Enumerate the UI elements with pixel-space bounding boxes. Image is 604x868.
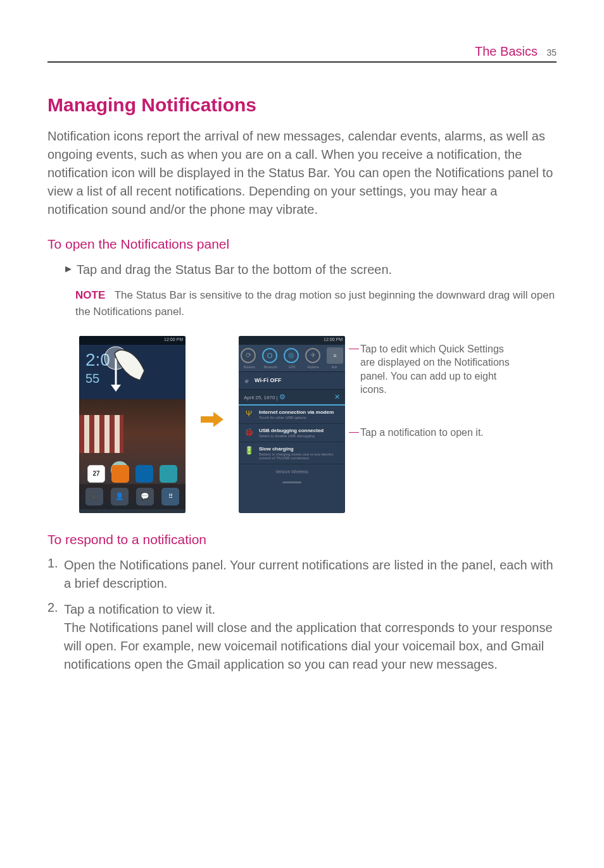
notif-subtitle: Touch for other USB options [259,416,340,419]
wifi-icon: ⸙ [245,377,248,384]
note-label: NOTE [75,289,105,301]
notif-title: USB debugging connected [259,428,340,433]
step-text: Tap a notification to view it. The Notif… [64,600,557,674]
bluetooth-icon: O [262,348,277,363]
phone-icon: 📞 [85,488,103,505]
subheading-open-panel: To open the Notifications panel [47,237,557,252]
close-icon: ✕ [334,393,340,401]
callout-line [349,349,359,397]
bullet-caret-icon: ▶ [65,264,72,273]
finger-icon [91,342,160,412]
note-block: NOTE The Status Bar is sensitive to the … [75,287,557,321]
qs-label: Edit [325,365,343,369]
battery-icon: 🔋 [244,446,254,455]
date-row: April 25, 1970 | ⚙ ✕ [239,390,345,406]
notification-item: Ψ Internet connection via modem Touch fo… [239,406,345,424]
callouts: Tap to edit which Quick Settings are dis… [349,342,512,440]
wifi-row: ⸙ Wi-Fi OFF [239,371,345,390]
step-number: 2. [47,600,64,674]
quick-settings-row: ⟳ O ◎ ✈ ≡ [239,345,345,365]
callout-open-notif: Tap a notification to open it. [349,426,512,440]
qs-label: Rotation [241,365,258,369]
date-text: April 25, 1970 | ⚙ [244,393,286,401]
notification-item: 🐞 USB debugging connected Select to disa… [239,424,345,442]
status-time: 12:00 PM [324,337,343,342]
wifi-label: Wi-Fi OFF [255,377,281,383]
app-icon [111,465,129,483]
figure-row: 12:00 PM 2:0 55 27 📞 👤 💬 ⠿ [79,336,557,513]
note-text: The Status Bar is sensitive to the drag … [75,289,555,318]
step-2: 2. Tap a notification to view it. The No… [47,600,557,674]
calendar-icon: 27 [87,465,105,483]
notif-title: Slow charging [259,446,340,452]
quick-settings-labels: Rotation Bluetooth GPS Airplane Edit [239,365,345,371]
app-icon [135,465,153,483]
notification-item: 🔋 Slow charging Battery is charging slow… [239,442,345,464]
home-screen-figure: 12:00 PM 2:0 55 27 📞 👤 💬 ⠿ [79,336,186,513]
rotation-icon: ⟳ [241,348,256,363]
dock-row-2: 📞 👤 💬 ⠿ [79,484,186,509]
usb-icon: Ψ [244,409,254,418]
airplane-icon: ✈ [305,348,320,363]
notif-subtitle: Select to disable USB debugging [259,434,340,438]
panel-handle [282,481,301,483]
callout-text: Tap a notification to open it. [360,426,484,440]
notif-title: Internet connection via modem [259,409,340,415]
bullet-text: Tap and drag the Status Bar to the botto… [77,261,392,278]
messaging-icon: 💬 [136,488,154,505]
drag-finger-graphic [91,342,160,412]
dock-row-1: 27 [79,465,186,483]
status-bar: 12:00 PM [239,336,345,345]
gear-icon: ⚙ [279,393,286,400]
status-time: 12:00 PM [164,337,183,342]
notification-panel-figure: 12:00 PM ⟳ O ◎ ✈ ≡ Rotation Bluetooth GP… [239,336,345,513]
arrow-right-icon [201,412,223,427]
notif-subtitle: Battery is charging slowly due to low el… [259,452,340,460]
callout-edit-qs: Tap to edit which Quick Settings are dis… [349,342,512,397]
bug-icon: 🐞 [244,428,254,437]
qs-label: GPS [283,365,301,369]
callout-line [349,432,359,440]
qs-label: Bluetooth [262,365,280,369]
callout-text: Tap to edit which Quick Settings are dis… [360,342,512,397]
app-icon [160,465,177,483]
step-number: 1. [47,556,64,593]
subheading-respond: To respond to a notification [47,532,557,547]
wallpaper-stripes [79,415,123,453]
step-text: Open the Notifications panel. Your curre… [64,556,557,593]
page-title: Managing Notifications [47,94,557,116]
contacts-icon: 👤 [111,488,129,505]
qs-label: Airplane [305,365,322,369]
section-name: The Basics [475,44,538,58]
page-number: 35 [546,47,557,58]
intro-paragraph: Notification icons report the arrival of… [47,127,557,219]
bullet-item: ▶ Tap and drag the Status Bar to the bot… [65,261,557,278]
carrier-label: Verizon Wireless [239,464,345,479]
apps-icon: ⠿ [161,488,179,505]
page-header: The Basics 35 [47,44,557,63]
gps-icon: ◎ [284,348,299,363]
edit-quick-settings-icon: ≡ [327,347,343,364]
step-1: 1. Open the Notifications panel. Your cu… [47,556,557,593]
